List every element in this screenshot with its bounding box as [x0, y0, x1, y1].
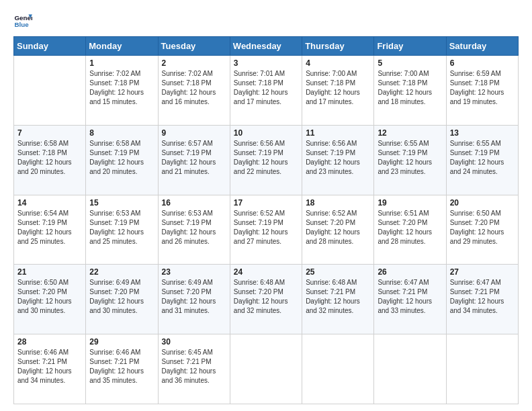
day-number: 13 [450, 128, 515, 138]
day-number: 4 [306, 58, 370, 68]
calendar-cell: 15Sunrise: 6:53 AM Sunset: 7:19 PM Dayli… [86, 195, 158, 265]
day-number: 21 [17, 267, 82, 277]
calendar-cell: 3Sunrise: 7:01 AM Sunset: 7:18 PM Daylig… [230, 56, 302, 126]
calendar-cell: 13Sunrise: 6:55 AM Sunset: 7:19 PM Dayli… [446, 125, 518, 195]
header-day: Thursday [302, 37, 374, 56]
header: General Blue [13, 11, 519, 30]
calendar-cell: 10Sunrise: 6:56 AM Sunset: 7:19 PM Dayli… [230, 125, 302, 195]
day-number: 15 [89, 198, 154, 208]
calendar-cell [302, 334, 374, 404]
day-number: 8 [89, 128, 154, 138]
day-info: Sunrise: 6:57 AM Sunset: 7:19 PM Dayligh… [162, 139, 226, 177]
calendar-cell: 12Sunrise: 6:55 AM Sunset: 7:19 PM Dayli… [374, 125, 446, 195]
calendar-cell: 22Sunrise: 6:49 AM Sunset: 7:20 PM Dayli… [86, 265, 158, 334]
day-number: 28 [17, 337, 82, 347]
calendar-cell: 24Sunrise: 6:48 AM Sunset: 7:20 PM Dayli… [230, 265, 302, 334]
calendar-cell: 30Sunrise: 6:45 AM Sunset: 7:21 PM Dayli… [158, 334, 230, 404]
day-number: 5 [378, 58, 442, 68]
day-info: Sunrise: 6:52 AM Sunset: 7:20 PM Dayligh… [306, 209, 370, 246]
header-row: SundayMondayTuesdayWednesdayThursdayFrid… [14, 37, 519, 56]
day-info: Sunrise: 7:00 AM Sunset: 7:18 PM Dayligh… [378, 69, 442, 107]
calendar-cell: 26Sunrise: 6:47 AM Sunset: 7:21 PM Dayli… [374, 265, 446, 334]
week-row: 14Sunrise: 6:54 AM Sunset: 7:19 PM Dayli… [14, 195, 519, 265]
week-row: 1Sunrise: 7:02 AM Sunset: 7:18 PM Daylig… [14, 56, 519, 126]
day-info: Sunrise: 7:02 AM Sunset: 7:18 PM Dayligh… [162, 69, 226, 107]
calendar-cell: 4Sunrise: 7:00 AM Sunset: 7:18 PM Daylig… [302, 56, 374, 126]
day-info: Sunrise: 6:51 AM Sunset: 7:20 PM Dayligh… [378, 209, 442, 246]
day-number: 3 [234, 58, 298, 68]
calendar-cell [14, 56, 86, 126]
calendar-cell [230, 334, 302, 404]
day-number: 27 [450, 267, 515, 277]
header-day: Sunday [14, 37, 86, 56]
day-number: 20 [450, 198, 515, 208]
day-info: Sunrise: 6:45 AM Sunset: 7:21 PM Dayligh… [162, 348, 226, 385]
calendar-cell: 1Sunrise: 7:02 AM Sunset: 7:18 PM Daylig… [86, 56, 158, 126]
day-number: 24 [234, 267, 298, 277]
day-number: 19 [378, 198, 442, 208]
day-number: 2 [162, 58, 226, 68]
day-info: Sunrise: 6:48 AM Sunset: 7:21 PM Dayligh… [306, 278, 370, 316]
day-info: Sunrise: 6:58 AM Sunset: 7:19 PM Dayligh… [89, 139, 154, 177]
calendar-cell: 25Sunrise: 6:48 AM Sunset: 7:21 PM Dayli… [302, 265, 374, 334]
day-number: 10 [234, 128, 298, 138]
calendar-cell: 19Sunrise: 6:51 AM Sunset: 7:20 PM Dayli… [374, 195, 446, 265]
day-info: Sunrise: 6:59 AM Sunset: 7:18 PM Dayligh… [450, 69, 515, 107]
calendar-cell: 21Sunrise: 6:50 AM Sunset: 7:20 PM Dayli… [14, 265, 86, 334]
calendar-cell [446, 334, 518, 404]
calendar-cell: 23Sunrise: 6:49 AM Sunset: 7:20 PM Dayli… [158, 265, 230, 334]
header-day: Friday [374, 37, 446, 56]
day-number: 23 [162, 267, 226, 277]
day-number: 17 [234, 198, 298, 208]
calendar-cell: 7Sunrise: 6:58 AM Sunset: 7:18 PM Daylig… [14, 125, 86, 195]
day-info: Sunrise: 6:54 AM Sunset: 7:19 PM Dayligh… [17, 209, 82, 246]
day-info: Sunrise: 6:49 AM Sunset: 7:20 PM Dayligh… [89, 278, 154, 316]
calendar-cell: 6Sunrise: 6:59 AM Sunset: 7:18 PM Daylig… [446, 56, 518, 126]
day-info: Sunrise: 6:53 AM Sunset: 7:19 PM Dayligh… [89, 209, 154, 246]
logo-icon: General Blue [13, 11, 32, 30]
calendar-cell: 18Sunrise: 6:52 AM Sunset: 7:20 PM Dayli… [302, 195, 374, 265]
calendar-cell: 27Sunrise: 6:47 AM Sunset: 7:21 PM Dayli… [446, 265, 518, 334]
calendar-cell: 28Sunrise: 6:46 AM Sunset: 7:21 PM Dayli… [14, 334, 86, 404]
day-number: 26 [378, 267, 442, 277]
day-number: 29 [89, 337, 154, 347]
week-row: 21Sunrise: 6:50 AM Sunset: 7:20 PM Dayli… [14, 265, 519, 334]
day-info: Sunrise: 6:48 AM Sunset: 7:20 PM Dayligh… [234, 278, 298, 316]
day-info: Sunrise: 7:00 AM Sunset: 7:18 PM Dayligh… [306, 69, 370, 107]
day-info: Sunrise: 6:55 AM Sunset: 7:19 PM Dayligh… [378, 139, 442, 177]
calendar-cell: 2Sunrise: 7:02 AM Sunset: 7:18 PM Daylig… [158, 56, 230, 126]
day-info: Sunrise: 6:55 AM Sunset: 7:19 PM Dayligh… [450, 139, 515, 177]
day-number: 7 [17, 128, 82, 138]
day-info: Sunrise: 6:56 AM Sunset: 7:19 PM Dayligh… [234, 139, 298, 177]
day-number: 30 [162, 337, 226, 347]
day-number: 11 [306, 128, 370, 138]
day-info: Sunrise: 6:47 AM Sunset: 7:21 PM Dayligh… [378, 278, 442, 316]
header-day: Tuesday [158, 37, 230, 56]
logo: General Blue [13, 11, 35, 30]
day-info: Sunrise: 6:56 AM Sunset: 7:19 PM Dayligh… [306, 139, 370, 177]
calendar-cell: 16Sunrise: 6:53 AM Sunset: 7:19 PM Dayli… [158, 195, 230, 265]
calendar-cell: 17Sunrise: 6:52 AM Sunset: 7:19 PM Dayli… [230, 195, 302, 265]
calendar-cell: 5Sunrise: 7:00 AM Sunset: 7:18 PM Daylig… [374, 56, 446, 126]
calendar-cell: 29Sunrise: 6:46 AM Sunset: 7:21 PM Dayli… [86, 334, 158, 404]
day-number: 25 [306, 267, 370, 277]
day-info: Sunrise: 6:46 AM Sunset: 7:21 PM Dayligh… [89, 348, 154, 385]
day-number: 12 [378, 128, 442, 138]
day-info: Sunrise: 6:52 AM Sunset: 7:19 PM Dayligh… [234, 209, 298, 246]
day-info: Sunrise: 6:50 AM Sunset: 7:20 PM Dayligh… [450, 209, 515, 246]
week-row: 28Sunrise: 6:46 AM Sunset: 7:21 PM Dayli… [14, 334, 519, 404]
day-number: 14 [17, 198, 82, 208]
calendar-cell: 11Sunrise: 6:56 AM Sunset: 7:19 PM Dayli… [302, 125, 374, 195]
calendar-cell: 14Sunrise: 6:54 AM Sunset: 7:19 PM Dayli… [14, 195, 86, 265]
day-number: 6 [450, 58, 515, 68]
day-number: 22 [89, 267, 154, 277]
calendar-cell: 20Sunrise: 6:50 AM Sunset: 7:20 PM Dayli… [446, 195, 518, 265]
day-info: Sunrise: 6:49 AM Sunset: 7:20 PM Dayligh… [162, 278, 226, 316]
day-info: Sunrise: 6:50 AM Sunset: 7:20 PM Dayligh… [17, 278, 82, 316]
day-info: Sunrise: 6:53 AM Sunset: 7:19 PM Dayligh… [162, 209, 226, 246]
day-info: Sunrise: 7:01 AM Sunset: 7:18 PM Dayligh… [234, 69, 298, 107]
calendar-table: SundayMondayTuesdayWednesdayThursdayFrid… [13, 36, 519, 404]
day-number: 18 [306, 198, 370, 208]
header-day: Saturday [446, 37, 518, 56]
header-day: Wednesday [230, 37, 302, 56]
